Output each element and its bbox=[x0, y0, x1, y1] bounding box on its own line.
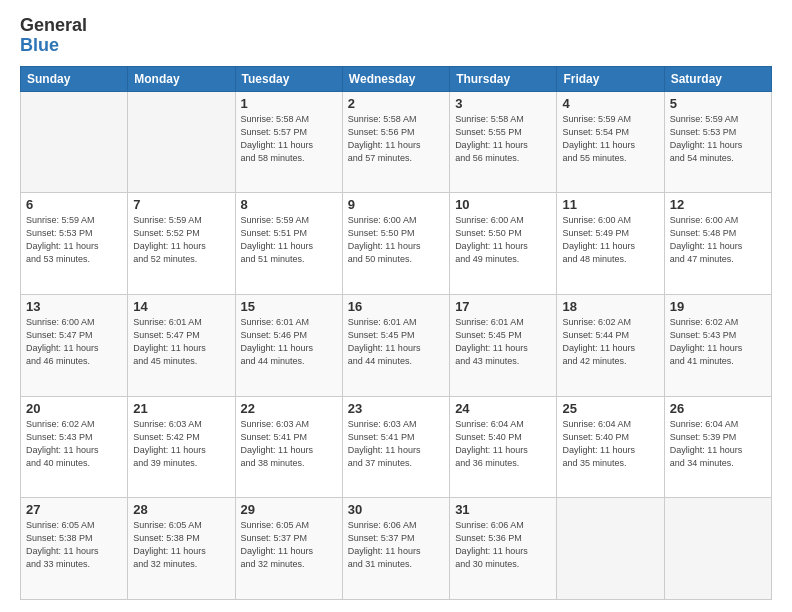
week-row-3: 20Sunrise: 6:02 AM Sunset: 5:43 PM Dayli… bbox=[21, 396, 772, 498]
day-info: Sunrise: 5:59 AM Sunset: 5:53 PM Dayligh… bbox=[26, 214, 122, 266]
calendar-cell: 17Sunrise: 6:01 AM Sunset: 5:45 PM Dayli… bbox=[450, 294, 557, 396]
week-row-0: 1Sunrise: 5:58 AM Sunset: 5:57 PM Daylig… bbox=[21, 91, 772, 193]
day-info: Sunrise: 6:04 AM Sunset: 5:39 PM Dayligh… bbox=[670, 418, 766, 470]
calendar-cell bbox=[557, 498, 664, 600]
logo: GeneralBlue bbox=[20, 16, 87, 56]
page: GeneralBlue SundayMondayTuesdayWednesday… bbox=[0, 0, 792, 612]
calendar-cell: 25Sunrise: 6:04 AM Sunset: 5:40 PM Dayli… bbox=[557, 396, 664, 498]
day-info: Sunrise: 5:59 AM Sunset: 5:53 PM Dayligh… bbox=[670, 113, 766, 165]
calendar-cell: 9Sunrise: 6:00 AM Sunset: 5:50 PM Daylig… bbox=[342, 193, 449, 295]
day-info: Sunrise: 6:03 AM Sunset: 5:42 PM Dayligh… bbox=[133, 418, 229, 470]
calendar-cell: 7Sunrise: 5:59 AM Sunset: 5:52 PM Daylig… bbox=[128, 193, 235, 295]
day-number: 20 bbox=[26, 401, 122, 416]
day-number: 12 bbox=[670, 197, 766, 212]
day-info: Sunrise: 6:01 AM Sunset: 5:46 PM Dayligh… bbox=[241, 316, 337, 368]
calendar-cell: 2Sunrise: 5:58 AM Sunset: 5:56 PM Daylig… bbox=[342, 91, 449, 193]
week-row-4: 27Sunrise: 6:05 AM Sunset: 5:38 PM Dayli… bbox=[21, 498, 772, 600]
calendar-cell bbox=[664, 498, 771, 600]
day-info: Sunrise: 5:58 AM Sunset: 5:57 PM Dayligh… bbox=[241, 113, 337, 165]
calendar-cell: 6Sunrise: 5:59 AM Sunset: 5:53 PM Daylig… bbox=[21, 193, 128, 295]
day-info: Sunrise: 6:02 AM Sunset: 5:43 PM Dayligh… bbox=[26, 418, 122, 470]
day-number: 24 bbox=[455, 401, 551, 416]
weekday-header-sunday: Sunday bbox=[21, 66, 128, 91]
calendar-cell: 27Sunrise: 6:05 AM Sunset: 5:38 PM Dayli… bbox=[21, 498, 128, 600]
day-info: Sunrise: 6:05 AM Sunset: 5:38 PM Dayligh… bbox=[133, 519, 229, 571]
day-info: Sunrise: 6:05 AM Sunset: 5:38 PM Dayligh… bbox=[26, 519, 122, 571]
day-info: Sunrise: 6:02 AM Sunset: 5:43 PM Dayligh… bbox=[670, 316, 766, 368]
day-number: 25 bbox=[562, 401, 658, 416]
calendar-cell: 13Sunrise: 6:00 AM Sunset: 5:47 PM Dayli… bbox=[21, 294, 128, 396]
calendar-cell: 12Sunrise: 6:00 AM Sunset: 5:48 PM Dayli… bbox=[664, 193, 771, 295]
calendar-table: SundayMondayTuesdayWednesdayThursdayFrid… bbox=[20, 66, 772, 600]
day-number: 2 bbox=[348, 96, 444, 111]
day-info: Sunrise: 6:01 AM Sunset: 5:47 PM Dayligh… bbox=[133, 316, 229, 368]
day-info: Sunrise: 6:03 AM Sunset: 5:41 PM Dayligh… bbox=[348, 418, 444, 470]
calendar-cell: 23Sunrise: 6:03 AM Sunset: 5:41 PM Dayli… bbox=[342, 396, 449, 498]
day-number: 8 bbox=[241, 197, 337, 212]
calendar-cell bbox=[21, 91, 128, 193]
day-info: Sunrise: 6:06 AM Sunset: 5:37 PM Dayligh… bbox=[348, 519, 444, 571]
day-info: Sunrise: 6:01 AM Sunset: 5:45 PM Dayligh… bbox=[348, 316, 444, 368]
day-info: Sunrise: 5:58 AM Sunset: 5:55 PM Dayligh… bbox=[455, 113, 551, 165]
day-number: 9 bbox=[348, 197, 444, 212]
header: GeneralBlue bbox=[20, 16, 772, 56]
calendar-cell: 31Sunrise: 6:06 AM Sunset: 5:36 PM Dayli… bbox=[450, 498, 557, 600]
weekday-header-friday: Friday bbox=[557, 66, 664, 91]
calendar-cell: 3Sunrise: 5:58 AM Sunset: 5:55 PM Daylig… bbox=[450, 91, 557, 193]
calendar-cell: 29Sunrise: 6:05 AM Sunset: 5:37 PM Dayli… bbox=[235, 498, 342, 600]
day-number: 1 bbox=[241, 96, 337, 111]
day-info: Sunrise: 6:04 AM Sunset: 5:40 PM Dayligh… bbox=[562, 418, 658, 470]
day-info: Sunrise: 6:05 AM Sunset: 5:37 PM Dayligh… bbox=[241, 519, 337, 571]
week-row-2: 13Sunrise: 6:00 AM Sunset: 5:47 PM Dayli… bbox=[21, 294, 772, 396]
day-info: Sunrise: 6:03 AM Sunset: 5:41 PM Dayligh… bbox=[241, 418, 337, 470]
calendar-cell: 19Sunrise: 6:02 AM Sunset: 5:43 PM Dayli… bbox=[664, 294, 771, 396]
day-info: Sunrise: 6:00 AM Sunset: 5:49 PM Dayligh… bbox=[562, 214, 658, 266]
day-info: Sunrise: 6:06 AM Sunset: 5:36 PM Dayligh… bbox=[455, 519, 551, 571]
day-info: Sunrise: 6:00 AM Sunset: 5:50 PM Dayligh… bbox=[455, 214, 551, 266]
day-number: 16 bbox=[348, 299, 444, 314]
day-number: 26 bbox=[670, 401, 766, 416]
day-info: Sunrise: 6:02 AM Sunset: 5:44 PM Dayligh… bbox=[562, 316, 658, 368]
calendar-cell: 8Sunrise: 5:59 AM Sunset: 5:51 PM Daylig… bbox=[235, 193, 342, 295]
day-number: 7 bbox=[133, 197, 229, 212]
calendar-cell: 30Sunrise: 6:06 AM Sunset: 5:37 PM Dayli… bbox=[342, 498, 449, 600]
day-info: Sunrise: 5:58 AM Sunset: 5:56 PM Dayligh… bbox=[348, 113, 444, 165]
calendar-cell: 21Sunrise: 6:03 AM Sunset: 5:42 PM Dayli… bbox=[128, 396, 235, 498]
weekday-header-wednesday: Wednesday bbox=[342, 66, 449, 91]
day-info: Sunrise: 6:04 AM Sunset: 5:40 PM Dayligh… bbox=[455, 418, 551, 470]
day-info: Sunrise: 6:00 AM Sunset: 5:50 PM Dayligh… bbox=[348, 214, 444, 266]
calendar-cell: 26Sunrise: 6:04 AM Sunset: 5:39 PM Dayli… bbox=[664, 396, 771, 498]
day-number: 18 bbox=[562, 299, 658, 314]
calendar-cell bbox=[128, 91, 235, 193]
day-number: 17 bbox=[455, 299, 551, 314]
day-number: 11 bbox=[562, 197, 658, 212]
calendar-cell: 22Sunrise: 6:03 AM Sunset: 5:41 PM Dayli… bbox=[235, 396, 342, 498]
weekday-header-monday: Monday bbox=[128, 66, 235, 91]
day-number: 13 bbox=[26, 299, 122, 314]
day-number: 4 bbox=[562, 96, 658, 111]
day-info: Sunrise: 5:59 AM Sunset: 5:52 PM Dayligh… bbox=[133, 214, 229, 266]
calendar-cell: 18Sunrise: 6:02 AM Sunset: 5:44 PM Dayli… bbox=[557, 294, 664, 396]
day-number: 27 bbox=[26, 502, 122, 517]
calendar-cell: 28Sunrise: 6:05 AM Sunset: 5:38 PM Dayli… bbox=[128, 498, 235, 600]
day-info: Sunrise: 5:59 AM Sunset: 5:54 PM Dayligh… bbox=[562, 113, 658, 165]
calendar-cell: 14Sunrise: 6:01 AM Sunset: 5:47 PM Dayli… bbox=[128, 294, 235, 396]
day-number: 15 bbox=[241, 299, 337, 314]
day-number: 28 bbox=[133, 502, 229, 517]
calendar-cell: 20Sunrise: 6:02 AM Sunset: 5:43 PM Dayli… bbox=[21, 396, 128, 498]
calendar-cell: 16Sunrise: 6:01 AM Sunset: 5:45 PM Dayli… bbox=[342, 294, 449, 396]
day-number: 30 bbox=[348, 502, 444, 517]
day-number: 23 bbox=[348, 401, 444, 416]
calendar-cell: 15Sunrise: 6:01 AM Sunset: 5:46 PM Dayli… bbox=[235, 294, 342, 396]
weekday-header-saturday: Saturday bbox=[664, 66, 771, 91]
day-number: 31 bbox=[455, 502, 551, 517]
day-info: Sunrise: 5:59 AM Sunset: 5:51 PM Dayligh… bbox=[241, 214, 337, 266]
day-number: 19 bbox=[670, 299, 766, 314]
day-info: Sunrise: 6:00 AM Sunset: 5:48 PM Dayligh… bbox=[670, 214, 766, 266]
day-number: 6 bbox=[26, 197, 122, 212]
calendar-cell: 1Sunrise: 5:58 AM Sunset: 5:57 PM Daylig… bbox=[235, 91, 342, 193]
day-number: 14 bbox=[133, 299, 229, 314]
calendar-cell: 24Sunrise: 6:04 AM Sunset: 5:40 PM Dayli… bbox=[450, 396, 557, 498]
weekday-header-row: SundayMondayTuesdayWednesdayThursdayFrid… bbox=[21, 66, 772, 91]
calendar-cell: 4Sunrise: 5:59 AM Sunset: 5:54 PM Daylig… bbox=[557, 91, 664, 193]
